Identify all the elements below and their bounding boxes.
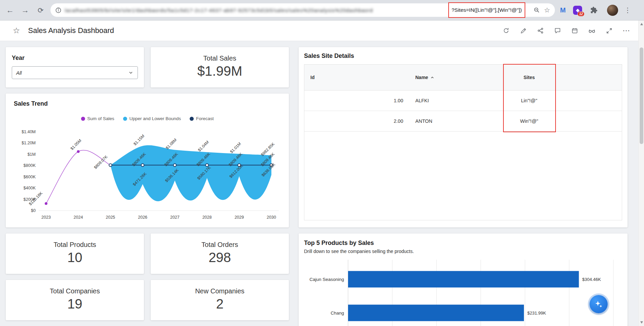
dashboard-title: Sales Analysis Dashboard xyxy=(28,26,114,35)
legend-label: Sum of Sales xyxy=(87,116,114,121)
url-query-highlight: ?Sites=IN([Lin"!@"],[Win"!@"]) xyxy=(448,2,525,18)
page-scrollbar xyxy=(638,21,644,326)
column-header-id[interactable]: Id xyxy=(304,75,409,80)
column-header-sites[interactable]: Sites xyxy=(503,75,555,80)
new-companies-label: New Companies xyxy=(151,287,289,295)
legend-dot-navy xyxy=(190,117,194,121)
total-sales-label: Total Sales xyxy=(151,55,289,62)
ai-assist-fab[interactable] xyxy=(590,295,608,313)
sales-site-details-card: Sales Site Details Id Name Sites 1.00 AL… xyxy=(299,47,628,227)
dashboard-toolbar: ☆ Sales Analysis Dashboard xyxy=(0,21,644,41)
svg-text:$304.46K: $304.46K xyxy=(582,277,601,282)
cell-id: 1.00 xyxy=(304,98,409,103)
schedule-icon[interactable] xyxy=(571,27,578,34)
sales-site-details-title: Sales Site Details xyxy=(304,52,622,60)
site-details-table: Id Name Sites 1.00 ALFKI Lin"!@" 2.00 AN… xyxy=(304,64,622,220)
top5-products-card: Top 5 Products by Sales Drill down to se… xyxy=(299,233,628,326)
sales-trend-title: Sales Trend xyxy=(14,100,284,107)
svg-text:$1.05M: $1.05M xyxy=(70,138,82,151)
top5-bar-chart[interactable]: Cajun Seasoning$304.46KChang$231.99K xyxy=(304,258,622,326)
total-products-label: Total Products xyxy=(6,241,144,249)
sparkle-icon xyxy=(594,300,603,309)
comment-icon[interactable] xyxy=(554,27,561,34)
total-orders-card: Total Orders 298 xyxy=(151,233,289,274)
dashboard-canvas: Year All Total Sales $1.99M Total Produc… xyxy=(0,41,644,326)
svg-text:$1.08M: $1.08M xyxy=(165,138,178,150)
profile-avatar[interactable] xyxy=(607,5,618,16)
cell-name: ALFKI xyxy=(409,98,503,103)
legend-item-sum-of-sales[interactable]: Sum of Sales xyxy=(81,116,114,121)
year-filter-value: All xyxy=(16,70,22,76)
year-filter-dropdown[interactable]: All xyxy=(12,66,138,79)
svg-text:$600K: $600K xyxy=(24,175,36,179)
browser-reload-icon[interactable]: ⟳ xyxy=(38,7,44,14)
legend-dot-purple xyxy=(81,117,85,121)
edit-pencil-icon[interactable] xyxy=(520,27,527,34)
column-header-name-label: Name xyxy=(415,75,428,80)
cell-sites: Win"!@" xyxy=(503,118,555,124)
fullscreen-icon[interactable] xyxy=(605,27,613,34)
url-bar[interactable]: lacalhast53905/bi/site/site1/dashbaords/… xyxy=(50,3,555,17)
preview-eyeglasses-icon[interactable] xyxy=(588,27,596,34)
extensions-puzzle-icon[interactable] xyxy=(590,6,598,14)
total-sales-card: Total Sales $1.99M xyxy=(151,47,289,87)
svg-text:$1.04M: $1.04M xyxy=(197,140,210,152)
legend-dot-lightblue xyxy=(123,117,127,121)
legend-item-forecast[interactable]: Forecast xyxy=(190,116,214,121)
svg-text:Chang: Chang xyxy=(331,311,344,316)
chevron-down-icon xyxy=(128,70,134,75)
browser-forward-icon[interactable]: → xyxy=(21,6,29,14)
svg-text:$1M: $1M xyxy=(28,152,36,157)
total-companies-card: Total Companies 19 xyxy=(6,280,144,320)
browser-menu-icon[interactable]: ⋮ xyxy=(624,7,631,13)
scrollbar-down-arrow[interactable] xyxy=(640,321,643,324)
svg-text:$1.15M: $1.15M xyxy=(132,134,145,146)
year-filter-label: Year xyxy=(12,55,138,62)
svg-text:2027: 2027 xyxy=(170,215,180,220)
svg-text:2029: 2029 xyxy=(234,215,244,220)
column-header-name[interactable]: Name xyxy=(409,75,503,80)
scrollbar-thumb[interactable] xyxy=(640,47,643,144)
toolbar-actions: ⋯ xyxy=(502,27,630,34)
share-icon[interactable] xyxy=(537,27,544,34)
total-companies-value: 19 xyxy=(6,296,144,312)
table-row[interactable]: 1.00 ALFKI Lin"!@" xyxy=(304,90,622,111)
gmail-extension-icon[interactable]: M xyxy=(560,6,566,14)
total-orders-value: 298 xyxy=(151,250,289,265)
svg-text:$1.40M: $1.40M xyxy=(22,130,36,134)
scrollbar-up-arrow[interactable] xyxy=(640,23,643,25)
svg-text:$1.20M: $1.20M xyxy=(22,141,36,145)
svg-text:2026: 2026 xyxy=(138,215,147,220)
svg-text:$800K: $800K xyxy=(24,163,36,168)
url-obscured-text: lacalhast53905/bi/site/site1/dashbaords/… xyxy=(65,7,447,13)
total-companies-label: Total Companies xyxy=(6,287,144,295)
total-sales-value: $1.99M xyxy=(151,64,289,79)
svg-text:2024: 2024 xyxy=(74,215,83,220)
favorite-star-icon[interactable]: ☆ xyxy=(13,26,20,35)
site-info-icon[interactable] xyxy=(55,7,62,13)
top5-subtitle: Drill down to see the companies selling … xyxy=(304,249,622,254)
sort-ascending-icon xyxy=(430,75,434,80)
total-products-value: 10 xyxy=(6,250,144,265)
cell-id: 2.00 xyxy=(304,118,409,124)
total-products-card: Total Products 10 xyxy=(6,233,144,274)
legend-item-bounds[interactable]: Upper and Lower Bounds xyxy=(123,116,181,121)
bookmark-star-icon[interactable]: ☆ xyxy=(544,6,550,14)
purple-extension-icon[interactable]: ◆ 12 xyxy=(573,6,582,15)
trend-legend: Sum of Sales Upper and Lower Bounds Fore… xyxy=(10,116,284,121)
sales-trend-chart[interactable]: $0$200K$400K$600K$800K$1M$1.20M$1.40M202… xyxy=(10,126,284,227)
new-companies-card: New Companies 2 xyxy=(151,280,289,320)
table-row[interactable]: 2.00 ANTON Win"!@" xyxy=(304,111,622,132)
browser-back-icon[interactable]: ← xyxy=(6,6,14,14)
refresh-icon[interactable] xyxy=(502,27,510,34)
new-companies-value: 2 xyxy=(151,296,289,312)
more-options-icon[interactable]: ⋯ xyxy=(622,27,630,34)
top5-title: Top 5 Products by Sales xyxy=(304,240,622,247)
svg-text:2023: 2023 xyxy=(41,215,51,220)
cell-name: ANTON xyxy=(409,118,503,124)
year-filter-card: Year All xyxy=(6,47,144,87)
zoom-icon[interactable] xyxy=(533,7,540,13)
table-header-row: Id Name Sites xyxy=(304,65,622,90)
svg-text:2030: 2030 xyxy=(267,215,276,220)
svg-text:$400K: $400K xyxy=(24,186,36,190)
